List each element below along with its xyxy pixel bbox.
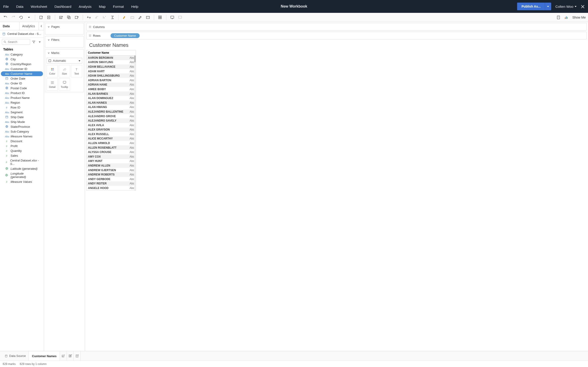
tab-data[interactable]: Data	[0, 22, 19, 30]
field-menu-button[interactable]	[37, 40, 42, 44]
publish-dropdown[interactable]	[545, 2, 551, 10]
field-product-name[interactable]: AbcProduct Name	[1, 95, 43, 100]
format-button[interactable]	[137, 14, 143, 21]
field-latitude-generated-[interactable]: Latitude (generated)	[1, 166, 43, 171]
table-row[interactable]: ALEJANDRO GROVEAbc	[86, 114, 136, 119]
marks-size[interactable]: Size	[59, 65, 70, 77]
table-row[interactable]: ALYSSA CROUSEAbc	[86, 150, 136, 154]
filter-fields-button[interactable]	[32, 40, 36, 44]
table-row[interactable]: ADRIAN HANEAbc	[86, 83, 136, 87]
totals-button[interactable]	[109, 14, 115, 21]
table-row[interactable]: ANDREW GJERTSENAbc	[86, 168, 136, 173]
table-row[interactable]: ALLEN ROSENBLATTAbc	[86, 145, 136, 150]
field-region[interactable]: AbcRegion	[1, 100, 43, 105]
highlight-button[interactable]	[121, 14, 128, 21]
rows-shelf[interactable]: Rows Customer Name	[86, 32, 587, 40]
new-story-tab[interactable]	[74, 351, 81, 361]
undo-button[interactable]	[2, 14, 9, 21]
redo-button[interactable]	[10, 14, 17, 21]
table-row[interactable]: AMY COXAbc	[86, 154, 136, 159]
table-row[interactable]: ALLEN ARMOLDAbc	[86, 141, 136, 145]
menu-dashboard[interactable]: Dashboard	[54, 5, 71, 8]
close-icon[interactable]	[581, 4, 585, 8]
field-discount[interactable]: #Discount	[1, 139, 43, 144]
device-preview-button[interactable]	[177, 14, 183, 21]
new-dashboard-tab[interactable]	[67, 351, 74, 361]
table-row[interactable]: ADRIAN BARTONAbc	[86, 78, 136, 83]
table-row[interactable]: ANGELE HOODAbc	[86, 186, 136, 190]
field-row-id[interactable]: #Row ID	[1, 105, 43, 110]
filters-shelf[interactable]: Filters	[45, 36, 84, 48]
presentation-button[interactable]	[169, 14, 175, 21]
field-profit[interactable]: #Profit	[1, 144, 43, 148]
menu-map[interactable]: Map	[99, 5, 106, 8]
table-row[interactable]: ANDY REITERAbc	[86, 181, 136, 186]
marks-text[interactable]: T Text	[71, 65, 82, 77]
pause-updates-button[interactable]	[46, 14, 52, 21]
table-row[interactable]: AIMEE BIXBYAbc	[86, 87, 136, 92]
menu-analysis[interactable]: Analysis	[79, 5, 92, 8]
collapse-pane-button[interactable]	[39, 22, 44, 30]
table-row[interactable]: ADAM HARTAbc	[86, 69, 136, 74]
menu-data[interactable]: Data	[16, 5, 23, 8]
field-category[interactable]: AbcCategory	[1, 52, 43, 57]
field-city[interactable]: City	[1, 57, 43, 62]
table-row[interactable]: AARON BERGMANAbc	[86, 56, 136, 60]
sort-desc-button[interactable]	[101, 14, 108, 21]
table-row[interactable]: ANDY GERBODEAbc	[86, 177, 136, 181]
table-row[interactable]: ANDREW ROBERTSAbc	[86, 172, 136, 177]
marks-detail[interactable]: Detail	[47, 78, 58, 91]
field-country-region[interactable]: Country/Region	[1, 62, 43, 67]
pages-shelf[interactable]: Pages	[45, 23, 84, 35]
field-central-dataset-xlsx-s-[interactable]: #Central Dataset.xlsx - S...	[1, 158, 43, 166]
clear-button[interactable]	[73, 14, 80, 21]
field-measure-values[interactable]: #Measure Values	[1, 179, 43, 184]
table-row[interactable]: ALAN HWANGAbc	[86, 105, 136, 110]
dropdown-indicator[interactable]	[26, 14, 32, 21]
table-row[interactable]: AARON SMAYLINGAbc	[86, 60, 136, 65]
row-pill-customer-name[interactable]: Customer Name	[111, 33, 140, 38]
field-ship-date[interactable]: Ship Date	[1, 115, 43, 119]
datasource-tab[interactable]: Data Source	[2, 351, 29, 361]
user-menu[interactable]: Colten Woo	[555, 5, 577, 8]
field-customer-name[interactable]: AbcCustomer Name	[1, 71, 43, 76]
menu-worksheet[interactable]: Worksheet	[31, 5, 47, 8]
table-row[interactable]: ALEX GRAYSONAbc	[86, 127, 136, 132]
table-row[interactable]: ALICE MCCARTHYAbc	[86, 136, 136, 141]
table-row[interactable]: ALEX AVILAAbc	[86, 123, 136, 127]
table-row[interactable]: ALAN DOMINGUEZAbc	[86, 96, 136, 100]
field-longitude-generated-[interactable]: Longitude (generated)	[1, 171, 43, 179]
field-ship-mode[interactable]: AbcShip Mode	[1, 119, 43, 124]
new-worksheet-tab[interactable]	[60, 351, 67, 361]
field-segment[interactable]: AbcSegment	[1, 110, 43, 115]
field-sales[interactable]: #Sales	[1, 153, 43, 158]
columns-shelf[interactable]: Columns	[86, 23, 587, 31]
column-header[interactable]: Customer Name	[86, 50, 136, 56]
table-row[interactable]: ADAM SHILLINGSBURGAbc	[86, 73, 136, 78]
datasource-row[interactable]: Central Dataset.xlsx - S...	[0, 30, 44, 38]
table-row[interactable]: ALEX RUSSELLAbc	[86, 132, 136, 136]
table-row[interactable]: AMY HUNTAbc	[86, 159, 136, 164]
showme-button[interactable]: Show Me	[572, 16, 586, 19]
swap-button[interactable]	[86, 14, 92, 21]
field-customer-id[interactable]: AbcCustomer ID	[1, 67, 43, 71]
menu-file[interactable]: File	[3, 5, 9, 8]
table-row[interactable]: ALEJANDRO SAVELYAbc	[86, 118, 136, 123]
revert-button[interactable]	[18, 14, 24, 21]
search-input[interactable]: Search	[2, 39, 30, 45]
new-worksheet-button[interactable]	[58, 14, 64, 21]
table-row[interactable]: ALAN HAINESAbc	[86, 100, 136, 105]
field-order-id[interactable]: AbcOrder ID	[1, 81, 43, 86]
field-postal-code[interactable]: Postal Code	[1, 86, 43, 91]
table-row[interactable]: ANDREW ALLENAbc	[86, 163, 136, 168]
marks-color[interactable]: Color	[47, 65, 58, 77]
field-state-province[interactable]: State/Province	[1, 124, 43, 129]
table-row[interactable]: ALEJANDRO BALLENTINEAbc	[86, 109, 136, 114]
field-product-id[interactable]: AbcProduct ID	[1, 91, 43, 95]
data-guide-button[interactable]	[555, 14, 562, 21]
table-row[interactable]: ADAM BELLAVANCEAbc	[86, 65, 136, 69]
labels-button[interactable]: T	[129, 14, 136, 21]
menu-format[interactable]: Format	[113, 5, 124, 8]
new-datasource-button[interactable]	[38, 14, 44, 21]
tab-analytics[interactable]: Analytics	[19, 22, 39, 30]
